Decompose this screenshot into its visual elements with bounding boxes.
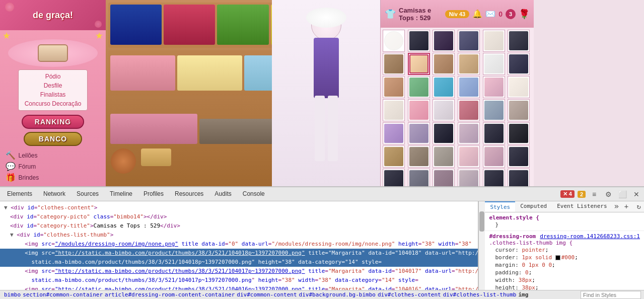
list-icon-btn[interactable]: ≡ [589, 189, 600, 200]
clothes-item[interactable] [408, 145, 430, 168]
clothes-item[interactable] [508, 145, 530, 168]
clothes-item[interactable] [383, 30, 405, 52]
clothes-item[interactable] [408, 122, 430, 144]
clothes-item[interactable] [483, 145, 505, 168]
html-panel-scrollbar[interactable] [478, 201, 485, 290]
find-in-styles-input[interactable] [581, 291, 641, 299]
ranking-button[interactable]: RANKING [22, 115, 84, 129]
tab-console[interactable]: Console [238, 188, 270, 200]
clothes-grid [381, 28, 534, 186]
bc-common-container[interactable]: section#common-container [22, 291, 104, 298]
clothes-item[interactable] [433, 76, 455, 98]
clothes-item[interactable] [383, 53, 405, 75]
bc-bimbo[interactable]: bimbo [3, 291, 22, 298]
clothes-item[interactable] [383, 76, 405, 98]
clothes-item[interactable] [458, 169, 480, 186]
tab-sources[interactable]: Sources [71, 188, 104, 200]
close-devtools-btn[interactable]: ✕ [631, 189, 642, 200]
clothes-header: 👕 Camisas e Tops : 529 Nív 43 🔔 ✉️ 0 3 🌹 [381, 0, 534, 28]
clothes-item[interactable] [433, 30, 455, 52]
clothes-item-selected[interactable] [408, 53, 430, 75]
tab-audits[interactable]: Audits [209, 188, 236, 200]
leiloes-item[interactable]: 🔨 Leilões [6, 150, 101, 161]
bc-bg-bimbo[interactable]: div#background.bg-bimbo [298, 291, 377, 298]
clothes-item[interactable] [458, 122, 480, 144]
clothes-item[interactable] [483, 76, 505, 98]
clothes-item[interactable] [458, 99, 480, 121]
clothes-item[interactable] [483, 53, 505, 75]
forum-item[interactable]: 💬 Fórum [6, 161, 101, 172]
styles-selector: element.style { [489, 214, 539, 221]
tab-profiles[interactable]: Profiles [138, 188, 169, 200]
clothes-item[interactable] [483, 122, 505, 144]
clothes-item[interactable] [483, 169, 505, 186]
bc-clothes-list-thumb[interactable]: div#clothes-list-thumb [442, 291, 518, 298]
clothes-item[interactable] [458, 76, 480, 98]
clothes-item[interactable] [433, 99, 455, 121]
scroll-thumb[interactable] [479, 211, 484, 232]
clothes-item[interactable] [383, 99, 405, 121]
html-line-selected[interactable]: <img src="http://static.ma-bimbo.com/pro… [0, 249, 478, 258]
expand-icon[interactable]: ▼ [10, 232, 14, 238]
game-area: de graça! ★ ★ Pódio Desfile Finalistas C… [0, 0, 534, 186]
menu-podio[interactable]: Pódio [25, 72, 82, 81]
clothes-item[interactable] [383, 145, 405, 168]
menu-finalistas[interactable]: Finalistas [25, 90, 82, 99]
clothes-item[interactable] [508, 169, 530, 186]
styles-tab-event-listeners[interactable]: Event Listeners [552, 201, 612, 212]
menu-desfile[interactable]: Desfile [25, 81, 82, 90]
clothes-item[interactable] [433, 122, 455, 144]
bc-clothes-content[interactable]: div#clothes-content [377, 291, 442, 298]
bag-decoration [141, 148, 171, 166]
tab-resources[interactable]: Resources [170, 188, 208, 200]
html-tag: <div [10, 213, 27, 220]
banco-button[interactable]: BANCO [24, 132, 82, 146]
clothes-item[interactable] [458, 145, 480, 168]
add-style-btn[interactable]: + [621, 201, 631, 212]
warn-count: 2 [580, 191, 583, 197]
html-panel[interactable]: ▼ <div id="clothes-content"> <div id="ca… [0, 201, 478, 290]
clothes-item[interactable] [458, 53, 480, 75]
expand-icon[interactable]: ▼ [4, 204, 8, 211]
clothes-item[interactable] [483, 30, 505, 52]
tab-elements[interactable]: Elements [2, 188, 37, 200]
clothes-item[interactable] [508, 76, 530, 98]
clothes-item[interactable] [433, 169, 455, 186]
refresh-style-btn[interactable]: ↻ [634, 201, 644, 212]
html-line: <div id="category-title">Camisas e Tops … [0, 221, 478, 231]
styles-tab-computed[interactable]: Computed [515, 201, 552, 212]
styles-tabs: Styles Computed Event Listeners » + ↻ [485, 201, 644, 212]
clothes-item[interactable] [458, 30, 480, 52]
tab-timeline[interactable]: Timeline [105, 188, 137, 200]
left-sidebar: de graça! ★ ★ Pódio Desfile Finalistas C… [0, 0, 106, 186]
html-line: <img src="http://static.ma-bimbo.com/pro… [0, 267, 478, 276]
clothes-item[interactable] [408, 169, 430, 186]
dock-icon-btn[interactable]: ⬜ [617, 189, 628, 200]
clothes-item[interactable] [508, 122, 530, 144]
clothes-item[interactable] [408, 76, 430, 98]
leiloes-icon: 🔨 [6, 150, 16, 161]
leiloes-label: Leilões [19, 150, 38, 161]
styles-panel: Styles Computed Event Listeners » + ↻ el… [485, 201, 644, 290]
clothes-item[interactable] [383, 122, 405, 144]
clothes-item[interactable] [433, 145, 455, 168]
clothes-item[interactable] [433, 53, 455, 75]
clothes-item[interactable] [508, 30, 530, 52]
clothes-item[interactable] [408, 30, 430, 52]
clothes-item[interactable] [483, 99, 505, 121]
menu-concurso[interactable]: Concurso Decoração [25, 99, 82, 108]
brindes-label: Brindes [19, 172, 39, 183]
bc-dressing-room-container[interactable]: article#dressing-room-content-container [104, 291, 236, 298]
clothes-item[interactable] [508, 99, 530, 121]
bc-common-content[interactable]: div#common-content [236, 291, 298, 298]
styles-tab-styles[interactable]: Styles [485, 201, 515, 212]
brindes-item[interactable]: 🎁 Brindes [6, 172, 101, 183]
tab-network[interactable]: Network [38, 188, 70, 200]
settings-icon-btn[interactable]: ⚙ [603, 189, 614, 200]
bc-img[interactable]: img [517, 291, 529, 298]
clothes-item[interactable] [383, 169, 405, 186]
clothes-item[interactable] [408, 99, 430, 121]
more-options-icon[interactable]: » [614, 201, 619, 212]
style-source-link[interactable]: dressing-room.1412668233.css:1 [540, 233, 640, 240]
clothes-item[interactable] [508, 53, 530, 75]
